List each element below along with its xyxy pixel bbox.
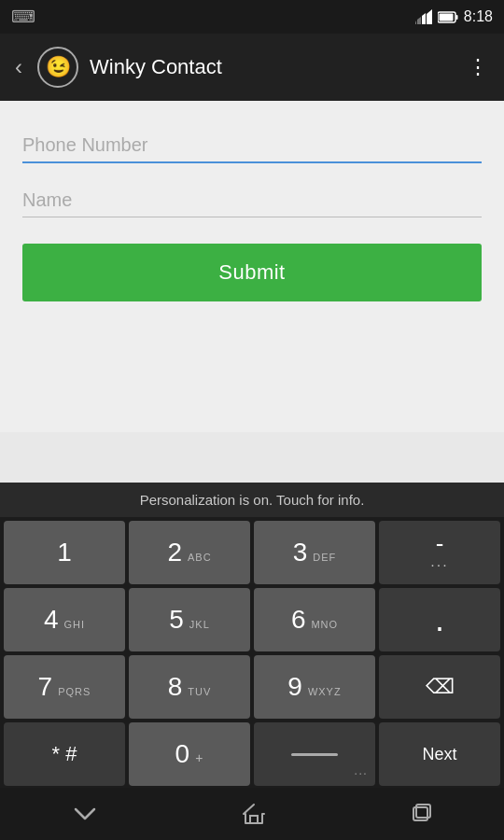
key-5[interactable]: 5 JKL (129, 588, 250, 651)
app-icon: 😉 (37, 47, 78, 88)
key-4-sub: GHI (64, 620, 86, 630)
space-bar-indicator (291, 753, 338, 756)
name-input[interactable] (22, 182, 482, 217)
key-4-main: 4 (44, 607, 59, 633)
key-7-sub: PQRS (58, 687, 91, 697)
key-2[interactable]: 2 ABC (129, 521, 250, 584)
more-menu-icon[interactable]: ⋮ (468, 55, 489, 79)
navigation-bar (0, 788, 504, 840)
key-8-pair: 8 TUV (168, 674, 212, 700)
svg-rect-7 (250, 816, 258, 823)
key-3[interactable]: 3 DEF (254, 521, 375, 584)
key-6-sub: MNO (311, 620, 338, 630)
key-6-main: 6 (291, 607, 306, 633)
nav-home-icon (242, 803, 266, 825)
svg-marker-3 (415, 21, 416, 24)
key-2-pair: 2 ABC (167, 539, 211, 566)
keyboard-icon: ⌨ (11, 7, 35, 27)
nav-back-icon (72, 805, 98, 822)
nav-recents-button[interactable] (410, 804, 432, 824)
key-3-sub: DEF (313, 553, 336, 563)
backspace-icon: ⌫ (426, 675, 455, 699)
key-7[interactable]: 7 PQRS (4, 655, 125, 719)
phone-input[interactable] (22, 127, 482, 163)
key-1[interactable]: 1 (4, 521, 125, 584)
space-key-dots: ··· (354, 765, 368, 780)
svg-marker-2 (417, 17, 421, 24)
key-minus-main: - (436, 531, 444, 555)
key-9[interactable]: 9 WXYZ (254, 655, 375, 719)
submit-button[interactable]: Submit (22, 244, 482, 301)
key-5-main: 5 (169, 607, 184, 633)
key-5-sub: JKL (189, 620, 210, 630)
key-0-pair: 0 + (175, 741, 204, 767)
time-display: 8:18 (464, 8, 493, 25)
key-star-hash-label: * # (52, 744, 77, 764)
key-3-pair: 3 DEF (293, 539, 337, 566)
phone-input-group (22, 127, 482, 163)
key-9-sub: WXYZ (308, 687, 342, 697)
key-5-pair: 5 JKL (169, 607, 210, 633)
key-8[interactable]: 8 TUV (129, 655, 250, 719)
nav-home-button[interactable] (242, 803, 266, 825)
key-4-pair: 4 GHI (44, 607, 85, 633)
content-spacer (0, 320, 504, 432)
key-space[interactable]: ··· (254, 722, 375, 786)
key-0-main: 0 (175, 741, 190, 767)
app-bar: ‹ 😉 Winky Contact ⋮ (0, 34, 504, 101)
key-minus-dots: ··· (430, 557, 448, 574)
svg-rect-5 (455, 15, 457, 20)
nav-back-button[interactable] (72, 805, 98, 822)
signal-icon (415, 9, 432, 24)
nav-recents-icon (410, 804, 432, 824)
personalization-bar[interactable]: Personalization is on. Touch for info. (0, 483, 504, 517)
status-bar: ⌨ 8:18 (0, 0, 504, 34)
name-input-group (22, 182, 482, 217)
svg-rect-6 (439, 13, 453, 21)
key-dot[interactable]: . (379, 588, 500, 651)
keyboard-grid: 1 2 ABC 3 DEF - ··· 4 GHI 5 (0, 517, 504, 788)
key-2-sub: ABC (188, 553, 212, 563)
status-left: ⌨ (11, 7, 35, 27)
form-area: Submit (0, 101, 504, 320)
key-minus[interactable]: - ··· (379, 521, 500, 584)
keyboard-area: Personalization is on. Touch for info. 1… (0, 483, 504, 840)
key-6-pair: 6 MNO (291, 607, 338, 633)
key-backspace[interactable]: ⌫ (379, 655, 500, 719)
key-8-sub: TUV (188, 687, 211, 697)
key-1-main: 1 (57, 539, 72, 566)
status-right: 8:18 (415, 8, 493, 25)
key-9-pair: 9 WXYZ (287, 674, 341, 700)
next-label: Next (422, 745, 456, 764)
key-7-main: 7 (38, 674, 53, 700)
key-next[interactable]: Next (379, 722, 500, 786)
key-9-main: 9 (287, 674, 302, 700)
winky-face-icon: 😉 (46, 55, 71, 79)
app-title: Winky Contact (90, 55, 222, 79)
key-6[interactable]: 6 MNO (254, 588, 375, 651)
battery-icon (438, 11, 458, 23)
key-0[interactable]: 0 + (129, 722, 250, 786)
app-bar-left: ‹ 😉 Winky Contact (15, 47, 222, 88)
key-8-main: 8 (168, 674, 183, 700)
back-arrow-icon[interactable]: ‹ (15, 54, 22, 80)
svg-marker-0 (427, 9, 432, 24)
key-2-main: 2 (167, 539, 182, 566)
key-3-main: 3 (293, 539, 308, 566)
svg-marker-1 (422, 13, 426, 24)
key-dot-main: . (435, 608, 444, 631)
key-0-sub: + (195, 751, 203, 764)
key-star-hash[interactable]: * # (4, 722, 125, 786)
key-7-pair: 7 PQRS (38, 674, 91, 700)
key-4[interactable]: 4 GHI (4, 588, 125, 651)
